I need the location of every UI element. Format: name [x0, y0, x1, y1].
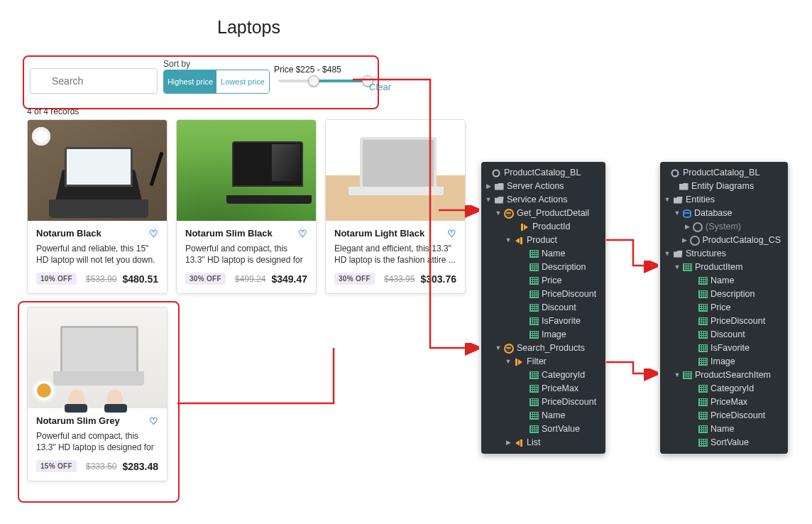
- tree-panel-data: ▼ProductCatalog_BL ▶Entity Diagrams ▼Ent…: [660, 162, 788, 454]
- old-price: $433.95: [384, 274, 415, 284]
- sort-segmented[interactable]: Highest price Lowest price: [163, 70, 270, 94]
- product-card[interactable]: Notarum Slim Grey♡ Powerful and compact,…: [27, 307, 168, 481]
- product-name: Notarum Slim Black: [185, 228, 273, 239]
- old-price: $533.90: [86, 274, 116, 284]
- search-input[interactable]: [30, 68, 158, 94]
- records-count: 4 of 4 records: [27, 107, 79, 116]
- tree-field[interactable]: ▶Image: [660, 355, 788, 369]
- product-desc: Powerful and reliable, this 15" HD lapto…: [36, 243, 158, 266]
- product-thumb: [28, 307, 167, 408]
- tree-field[interactable]: ▶IsFavorite: [481, 315, 605, 328]
- tree-output-product[interactable]: ▼Product: [481, 234, 605, 247]
- tree-field[interactable]: ▶PriceDiscount: [660, 409, 788, 422]
- tree-field[interactable]: ▶Name: [481, 247, 605, 261]
- tree-struct-productsearchitem[interactable]: ▼ProductSearchItem: [660, 369, 788, 382]
- tree-field[interactable]: ▶Discount: [660, 328, 788, 342]
- tree-field[interactable]: ▶CategoryId: [481, 369, 605, 382]
- tree-field[interactable]: ▶Discount: [481, 301, 605, 315]
- tree-field[interactable]: ▶Name: [660, 274, 788, 288]
- product-desc: Elegant and efficient, this 13.3" HD lap…: [334, 243, 456, 266]
- heart-icon[interactable]: ♡: [149, 415, 158, 427]
- tree-field[interactable]: ▶PriceMax: [481, 382, 605, 395]
- price-slider[interactable]: [278, 80, 369, 82]
- tree-field[interactable]: ▶PriceMax: [660, 395, 788, 409]
- tree-field[interactable]: ▶CategoryId: [660, 382, 788, 395]
- product-card[interactable]: Notarum Slim Black♡ Powerful and compact…: [176, 119, 317, 294]
- sort-lowest[interactable]: Lowest price: [216, 70, 269, 93]
- old-price: $333.50: [86, 462, 116, 471]
- product-desc: Powerful and compact, this 13.3" HD lapt…: [185, 243, 307, 266]
- product-name: Notarum Black: [36, 228, 102, 239]
- tree-module[interactable]: ▼ProductCatalog_BL: [481, 166, 605, 180]
- page-title: Laptops: [217, 17, 280, 38]
- slider-thumb-min[interactable]: [308, 75, 319, 87]
- tree-field[interactable]: ▶Name: [481, 409, 605, 422]
- discount-badge: 30% OFF: [334, 273, 375, 285]
- tree-param-productid[interactable]: ▶ProductId: [481, 220, 605, 234]
- price: $480.51: [122, 273, 158, 285]
- tree-module[interactable]: ▼ProductCatalog_BL: [660, 166, 788, 180]
- tree-output-list[interactable]: ▶List: [481, 436, 605, 449]
- heart-icon[interactable]: ♡: [298, 228, 307, 239]
- product-card[interactable]: Notarum Light Black♡ Elegant and efficie…: [325, 119, 466, 294]
- tree-field[interactable]: ▶SortValue: [481, 422, 605, 436]
- tree-catalog-cs[interactable]: ▶ProductCatalog_CS: [660, 234, 788, 247]
- svg-point-3: [672, 170, 679, 176]
- discount-badge: 15% OFF: [36, 460, 77, 472]
- tree-field[interactable]: ▶SortValue: [660, 436, 788, 449]
- product-thumb: [28, 120, 167, 221]
- price-range-label: Price $225 - $485: [274, 65, 341, 75]
- price: $303.76: [420, 273, 456, 285]
- tree-field[interactable]: ▶PriceDiscount: [481, 288, 605, 301]
- tree-database[interactable]: ▼Database: [660, 207, 788, 220]
- tree-field[interactable]: ▶Image: [481, 328, 605, 342]
- sortby-label: Sort by: [163, 59, 190, 69]
- product-thumb: [326, 120, 465, 221]
- product-name: Notarum Slim Grey: [36, 415, 120, 426]
- tree-param-filter[interactable]: ▼Filter: [481, 355, 605, 369]
- tree-action-get-productdetail[interactable]: ▼Get_ProductDetail: [481, 207, 605, 220]
- tree-action-search-products[interactable]: ▼Search_Products: [481, 342, 605, 355]
- tree-field[interactable]: ▶Description: [481, 261, 605, 274]
- filter-bar: Sort by Highest price Lowest price Price…: [23, 55, 379, 109]
- tree-folder-server-actions[interactable]: ▶Server Actions: [481, 180, 605, 193]
- tree-field[interactable]: ▶Name: [660, 422, 788, 436]
- tree-struct-productitem[interactable]: ▼ProductItem: [660, 261, 788, 274]
- clear-link[interactable]: Clear: [369, 82, 391, 92]
- svg-point-2: [493, 170, 500, 176]
- heart-icon[interactable]: ♡: [447, 228, 456, 239]
- product-card[interactable]: Notarum Black♡ Powerful and reliable, th…: [27, 119, 168, 294]
- tree-field[interactable]: ▶PriceDiscount: [481, 395, 605, 409]
- price: $349.47: [271, 273, 307, 285]
- tree-panel-logic: ▼ProductCatalog_BL ▶Server Actions ▼Serv…: [481, 162, 605, 454]
- tree-system[interactable]: ▶(System): [660, 220, 788, 234]
- tree-field[interactable]: ▶Price: [660, 301, 788, 315]
- discount-badge: 10% OFF: [36, 273, 77, 285]
- price: $283.48: [122, 461, 158, 472]
- product-name: Notarum Light Black: [334, 228, 424, 239]
- discount-badge: 30% OFF: [185, 273, 226, 285]
- sort-highest[interactable]: Highest price: [164, 70, 216, 93]
- tree-folder-service-actions[interactable]: ▼Service Actions: [481, 193, 605, 207]
- tree-field[interactable]: ▶Price: [481, 274, 605, 288]
- tree-field[interactable]: ▶PriceDiscount: [660, 315, 788, 328]
- tree-field[interactable]: ▶Description: [660, 288, 788, 301]
- product-grid: Notarum Black♡ Powerful and reliable, th…: [27, 119, 466, 294]
- tree-folder-entities[interactable]: ▼Entities: [660, 193, 788, 207]
- tree-folder-structures[interactable]: ▼Structures: [660, 247, 788, 261]
- old-price: $499.24: [235, 274, 265, 284]
- tree-field[interactable]: ▶IsFavorite: [660, 342, 788, 355]
- product-thumb: [177, 120, 316, 221]
- product-desc: Powerful and compact, this 13.3" HD lapt…: [36, 430, 158, 453]
- tree-folder-entity-diagrams[interactable]: ▶Entity Diagrams: [660, 180, 788, 193]
- heart-icon[interactable]: ♡: [149, 228, 158, 239]
